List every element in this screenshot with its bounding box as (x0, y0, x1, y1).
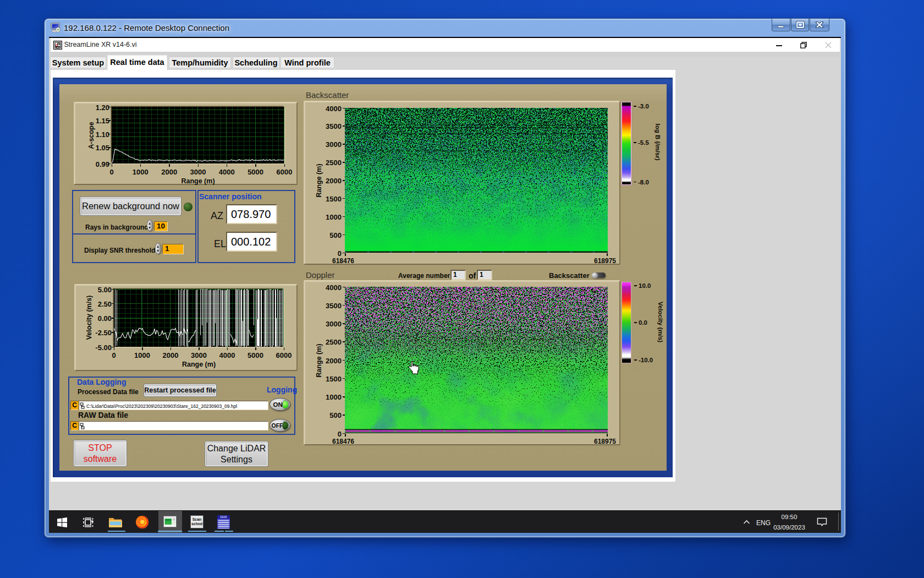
svg-text:GEEK: GEEK (220, 516, 228, 519)
